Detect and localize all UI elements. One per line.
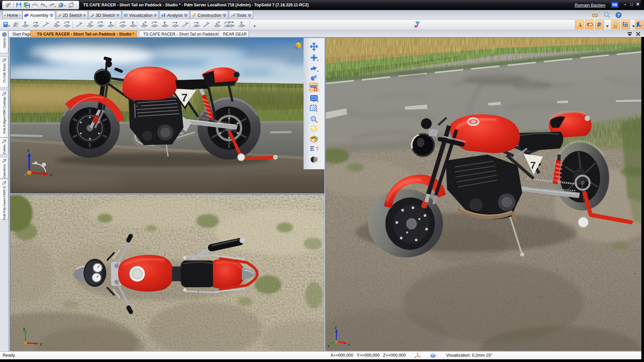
svg-text:?: ? [617,13,620,18]
svg-text:y: y [23,326,25,331]
svg-text:x: x [40,342,42,347]
svg-text:z: z [335,325,337,329]
svg-text:7: 7 [530,160,536,171]
svg-text:x: x [348,342,350,346]
svg-text:y: y [24,172,26,176]
svg-text:x: x [50,172,52,177]
svg-text:y: y [328,344,330,348]
svg-text:7: 7 [181,91,188,104]
svg-text:?: ? [316,146,318,152]
svg-text:z: z [27,148,30,153]
